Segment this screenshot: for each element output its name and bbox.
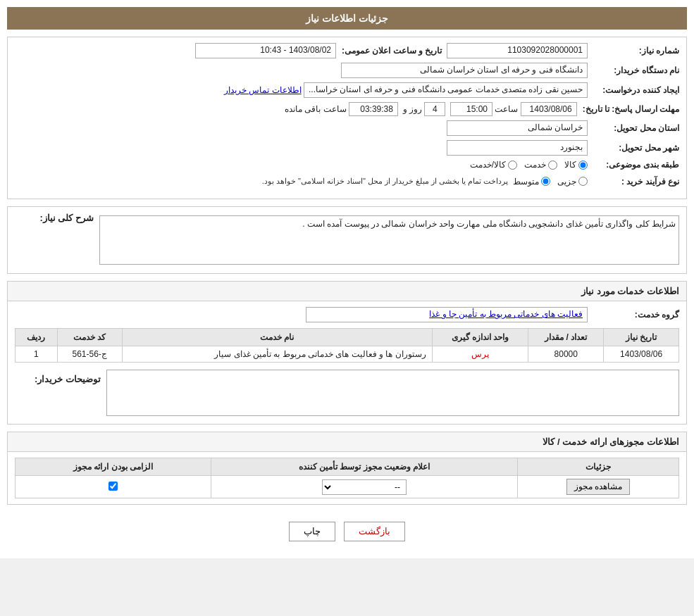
tabaqe-kala[interactable]: کالا: [564, 160, 588, 170]
mojavez-row-1: مشاهده مجوز --: [16, 476, 679, 498]
mojavez-title: اطلاعات مجوزهای ارائه خدمت / کالا: [8, 432, 686, 452]
elam-select[interactable]: --: [322, 479, 407, 495]
tabaqe-khadamat-radio[interactable]: [548, 161, 557, 170]
tosifat-textarea[interactable]: [106, 370, 679, 416]
ostan-row: استان محل تحویل: خراسان شمالی: [15, 120, 679, 136]
col-tarikh: تاریخ نیاز: [604, 329, 679, 346]
tabaqe-khadamat-label: خدمت: [524, 160, 546, 170]
col-radif: ردیف: [16, 329, 58, 346]
mohlat-row: مهلت ارسال پاسخ: تا تاریخ: 1403/08/06 سا…: [15, 102, 679, 116]
mojavez-table: جزئیات اعلام وضعیت مجوز توسط تأمین کننده…: [15, 458, 679, 498]
nof-jozi-label: جزیی: [557, 177, 576, 187]
mohlat-label: مهلت ارسال پاسخ: تا تاریخ:: [577, 104, 679, 114]
nofarayand-row: نوع فرآیند خرید : جزیی متوسط پرداخت تمام…: [15, 174, 679, 189]
back-button[interactable]: بازگشت: [344, 522, 405, 541]
table-head: تاریخ نیاز تعداد / مقدار واحد اندازه گیر…: [16, 329, 679, 346]
tabaqe-kala-khadamat-label: کالا/خدمت: [470, 160, 506, 170]
col-joziyat: جزئیات: [518, 458, 679, 476]
cell-tedad: 80000: [528, 346, 604, 363]
page-container: جزئیات اطلاعات نیاز شماره نیاز: 11030920…: [0, 0, 694, 558]
col-vahed: واحد اندازه گیری: [432, 329, 528, 346]
mojavez-head: جزئیات اعلام وضعیت مجوز توسط تأمین کننده…: [16, 458, 679, 476]
grooh-value: فعالیت های خدماتی مربوط به تأمین جا و غذ…: [306, 307, 588, 322]
col-elzami: الزامی بودن ارائه مجوز: [16, 458, 211, 476]
mojavez-body: جزئیات اعلام وضعیت مجوز توسط تأمین کننده…: [8, 452, 686, 504]
info-grid: شماره نیاز: 1103092028000001 تاریخ و ساع…: [8, 37, 686, 199]
nof-motavasset[interactable]: متوسط: [513, 177, 550, 187]
sharh-value: شرایط کلی واگذاری تأمین غذای دانشجویی دا…: [302, 219, 676, 229]
col-kod: کد خدمت: [57, 329, 122, 346]
ostan-label: استان محل تحویل:: [588, 123, 679, 133]
mohlat-date: 1403/08/06: [521, 102, 577, 116]
tosifat-container: توضیحات خریدار:: [15, 370, 679, 418]
shomare-row: شماره نیاز: 1103092028000001 تاریخ و ساع…: [15, 43, 679, 58]
khadamat-section: اطلاعات خدمات مورد نیاز گروه خدمت: فعالی…: [7, 281, 687, 425]
ijad-link[interactable]: اطلاعات تماس خریدار: [224, 85, 302, 95]
main-info-section: شماره نیاز: 1103092028000001 تاریخ و ساع…: [7, 37, 687, 199]
button-row: بازگشت چاپ: [7, 512, 687, 551]
tabaqe-row: طبقه بندی موضوعی: کالا خدمت کالا/خدمت: [15, 160, 679, 170]
tosifat-area: [106, 370, 679, 418]
nam-dastgah-value: دانشگاه فنی و حرفه ای استان خراسان شمالی: [341, 63, 588, 78]
tabaqe-kala-khadamat-radio[interactable]: [508, 161, 517, 170]
tabaqe-radio-group: کالا خدمت کالا/خدمت: [470, 160, 588, 170]
nof-jozi-radio[interactable]: [578, 177, 588, 186]
nam-dastgah-label: نام دستگاه خریدار:: [588, 65, 679, 75]
sharh-box: شرایط کلی واگذاری تأمین غذای دانشجویی دا…: [99, 215, 679, 265]
cell-nam: رستوران ها و فعالیت های خدماتی مربوط به …: [122, 346, 432, 363]
shahr-label: شهر محل تحویل:: [588, 143, 679, 153]
shahr-value: بجنورد: [447, 140, 588, 156]
tabaqe-label: طبقه بندی موضوعی:: [588, 160, 679, 170]
nof-motavasset-label: متوسط: [513, 177, 539, 187]
shahr-row: شهر محل تحویل: بجنورد: [15, 140, 679, 156]
view-mojavez-button[interactable]: مشاهده مجوز: [566, 479, 630, 495]
page-header: جزئیات اطلاعات نیاز: [7, 7, 687, 30]
nof-motavasset-radio[interactable]: [541, 177, 550, 186]
table-body: 1403/08/06 80000 پرس رستوران ها و فعالیت…: [16, 346, 679, 363]
col-nam: نام خدمت: [122, 329, 432, 346]
baqi-label: ساعت باقی مانده: [285, 104, 347, 114]
joziyat-cell: مشاهده مجوز: [518, 476, 679, 498]
mohlat-roz: 4: [424, 102, 445, 116]
cell-vahed: پرس: [432, 346, 528, 363]
nofarayand-note: پرداخت تمام یا بخشی از مبلغ خریدار از مح…: [262, 174, 509, 189]
ijad-row: ایجاد کننده درخواست: حسین نقی زاده متصدی…: [15, 82, 679, 98]
mohlat-saat: 15:00: [450, 102, 492, 116]
tabaqe-kala-label: کالا: [564, 160, 576, 170]
elzami-cell: [16, 476, 211, 498]
tabaqe-khadamat[interactable]: خدمت: [524, 160, 557, 170]
grooh-label: گروه خدمت:: [588, 310, 679, 320]
saat-label: ساعت: [495, 104, 518, 114]
cell-kod: ج-56-561: [57, 346, 122, 363]
col-tedad: تعداد / مقدار: [528, 329, 604, 346]
grooh-row: گروه خدمت: فعالیت های خدماتی مربوط به تأ…: [15, 307, 679, 322]
table-header-row: تاریخ نیاز تعداد / مقدار واحد اندازه گیر…: [16, 329, 679, 346]
cell-tarikh: 1403/08/06: [604, 346, 679, 363]
mojavez-section: اطلاعات مجوزهای ارائه خدمت / کالا جزئیات…: [7, 432, 687, 505]
mojavez-tbody: مشاهده مجوز --: [16, 476, 679, 498]
nofarayand-label: نوع فرآیند خرید :: [588, 177, 679, 187]
roz-label: روز و: [403, 104, 422, 114]
col-elam: اعلام وضعیت مجوز توسط تأمین کننده: [211, 458, 517, 476]
shomare-value: 1103092028000001: [447, 43, 588, 58]
nof-jozi[interactable]: جزیی: [557, 177, 588, 187]
ijad-label: ایجاد کننده درخواست:: [588, 85, 679, 95]
mohlat-baqi: 03:39:38: [349, 102, 398, 116]
sharh-content: شرایط کلی واگذاری تأمین غذای دانشجویی دا…: [8, 207, 686, 273]
elam-cell: --: [211, 476, 517, 498]
tosifat-label: توضیحات خریدار:: [15, 370, 106, 384]
print-button[interactable]: چاپ: [289, 522, 335, 541]
mojavez-header-row: جزئیات اعلام وضعیت مجوز توسط تأمین کننده…: [16, 458, 679, 476]
nam-dastgah-row: نام دستگاه خریدار: دانشگاه فنی و حرفه ای…: [15, 63, 679, 78]
tabaqe-kala-khadamat[interactable]: کالا/خدمت: [470, 160, 517, 170]
ostan-value: خراسان شمالی: [447, 120, 588, 136]
page-title: جزئیات اطلاعات نیاز: [306, 13, 388, 24]
khadamat-title: اطلاعات خدمات مورد نیاز: [8, 282, 686, 301]
elzami-checkbox[interactable]: [109, 482, 118, 491]
sharh-text-area: شرایط کلی واگذاری تأمین غذای دانشجویی دا…: [99, 213, 679, 268]
tarikh-saat-value: 1403/08/02 - 10:43: [195, 43, 336, 58]
grooh-link[interactable]: فعالیت های خدماتی مربوط به تأمین جا و غذ…: [429, 309, 583, 319]
shomare-label: شماره نیاز:: [588, 46, 679, 56]
sharh-label: شرح کلی نیاز:: [15, 213, 99, 223]
tabaqe-kala-radio[interactable]: [578, 161, 588, 170]
